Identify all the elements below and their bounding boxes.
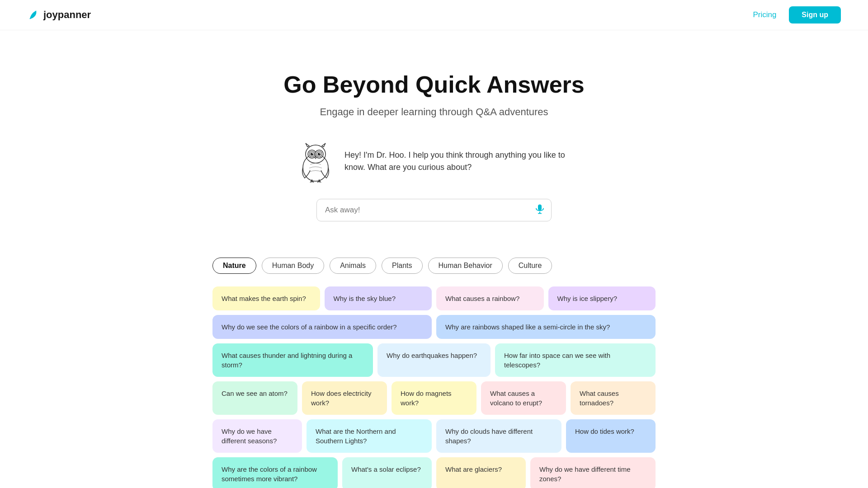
- question-card[interactable]: Why are the colors of a rainbow sometime…: [212, 457, 338, 488]
- search-bar-wrapper: [316, 199, 552, 221]
- question-card[interactable]: What's a solar eclipse?: [342, 457, 432, 488]
- svg-point-9: [320, 153, 321, 154]
- tabs-section: Nature Human Body Animals Plants Human B…: [212, 258, 656, 488]
- tabs-row: Nature Human Body Animals Plants Human B…: [212, 258, 656, 274]
- question-card[interactable]: Why do clouds have different shapes?: [436, 419, 561, 453]
- question-card[interactable]: What are glaciers?: [436, 457, 526, 488]
- owl-illustration: [297, 140, 334, 183]
- question-card[interactable]: Why do we have different seasons?: [212, 419, 302, 453]
- question-card[interactable]: Why is ice slippery?: [548, 286, 656, 310]
- chat-message: Hey! I'm Dr. Hoo. I help you think throu…: [344, 150, 565, 172]
- question-card[interactable]: How does electricity work?: [302, 381, 387, 415]
- cards-row-0: What makes the earth spin?Why is the sky…: [212, 286, 656, 310]
- question-card[interactable]: How do magnets work?: [392, 381, 476, 415]
- microphone-icon[interactable]: [535, 204, 544, 216]
- logo-text: joypanner: [43, 9, 91, 21]
- logo-leaf-icon: [27, 8, 41, 22]
- question-card[interactable]: Why do earthquakes happen?: [377, 343, 491, 377]
- question-card[interactable]: What causes a volcano to erupt?: [481, 381, 566, 415]
- question-card[interactable]: What causes a rainbow?: [436, 286, 544, 310]
- signup-button[interactable]: Sign up: [789, 6, 841, 23]
- tab-culture[interactable]: Culture: [508, 258, 552, 274]
- search-input[interactable]: [316, 199, 552, 221]
- question-card[interactable]: Why are rainbows shaped like a semi-circ…: [436, 315, 656, 339]
- navbar: joypanner Pricing Sign up: [0, 0, 868, 30]
- svg-rect-12: [538, 205, 542, 211]
- cards-row-4: Why do we have different seasons?What ar…: [212, 419, 656, 453]
- cards-row-5: Why are the colors of a rainbow sometime…: [212, 457, 656, 488]
- tab-human-body[interactable]: Human Body: [262, 258, 325, 274]
- pricing-link[interactable]: Pricing: [753, 10, 776, 19]
- question-card[interactable]: Can we see an atom?: [212, 381, 297, 415]
- question-card[interactable]: How far into space can we see with teles…: [495, 343, 656, 377]
- question-card[interactable]: How do tides work?: [566, 419, 656, 453]
- svg-point-8: [318, 153, 321, 156]
- question-card[interactable]: Why do we have different time zones?: [530, 457, 656, 488]
- question-card[interactable]: Why do we see the colors of a rainbow in…: [212, 315, 432, 339]
- tab-plants[interactable]: Plants: [382, 258, 422, 274]
- cards-grid: What makes the earth spin?Why is the sky…: [212, 286, 656, 488]
- hero-section: Go Beyond Quick Answers Engage in deeper…: [0, 30, 868, 258]
- tab-nature[interactable]: Nature: [212, 258, 256, 274]
- hero-subtitle: Engage in deeper learning through Q&A ad…: [320, 106, 548, 118]
- tab-animals[interactable]: Animals: [330, 258, 376, 274]
- question-card[interactable]: What makes the earth spin?: [212, 286, 320, 310]
- owl-chat: Hey! I'm Dr. Hoo. I help you think throu…: [297, 140, 571, 183]
- nav-right: Pricing Sign up: [753, 6, 841, 23]
- cards-row-1: Why do we see the colors of a rainbow in…: [212, 315, 656, 339]
- svg-point-4: [311, 153, 314, 156]
- tab-human-behavior[interactable]: Human Behavior: [428, 258, 503, 274]
- question-card[interactable]: Why is the sky blue?: [325, 286, 432, 310]
- question-card[interactable]: What are the Northern and Southern Light…: [307, 419, 432, 453]
- chat-bubble: Hey! I'm Dr. Hoo. I help you think throu…: [344, 149, 571, 174]
- question-card[interactable]: What causes thunder and lightning during…: [212, 343, 373, 377]
- cards-row-3: Can we see an atom?How does electricity …: [212, 381, 656, 415]
- svg-point-5: [312, 153, 313, 154]
- cards-row-2: What causes thunder and lightning during…: [212, 343, 656, 377]
- hero-title: Go Beyond Quick Answers: [283, 71, 585, 98]
- logo[interactable]: joypanner: [27, 8, 91, 22]
- question-card[interactable]: What causes tornadoes?: [571, 381, 656, 415]
